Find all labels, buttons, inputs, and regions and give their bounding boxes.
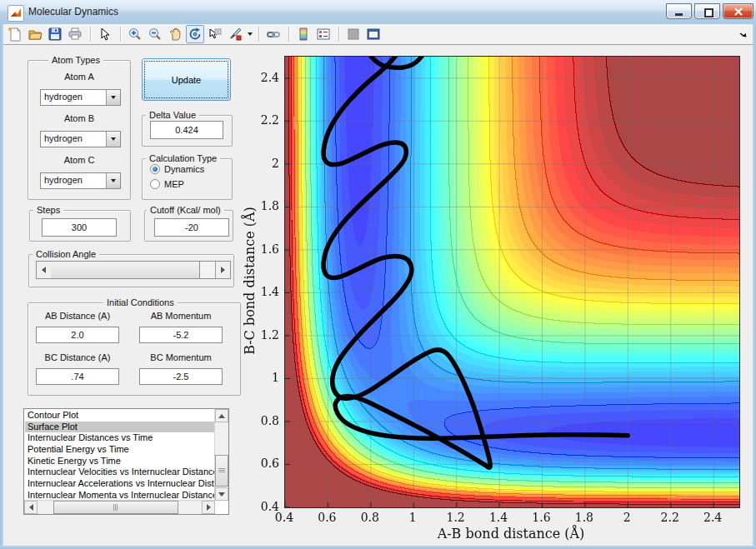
y-tick-label: 0.4 bbox=[251, 500, 279, 513]
x-tick-label: 2 bbox=[608, 511, 645, 524]
slider-left-arrow[interactable] bbox=[37, 262, 52, 278]
slider-thumb[interactable] bbox=[51, 262, 200, 278]
open-file-button[interactable] bbox=[26, 25, 44, 43]
thumb-grip bbox=[113, 504, 118, 511]
update-button[interactable]: Update bbox=[142, 58, 231, 101]
save-figure-button[interactable] bbox=[46, 25, 64, 43]
hide-plot-tools-icon bbox=[346, 27, 361, 42]
grid-lines bbox=[285, 57, 739, 507]
atom-b-value: hydrogen bbox=[44, 133, 83, 143]
data-cursor-button[interactable] bbox=[206, 25, 224, 43]
zoom-out-button[interactable] bbox=[146, 25, 164, 43]
scroll-left-button[interactable] bbox=[24, 501, 38, 514]
new-figure-icon bbox=[8, 27, 23, 42]
scroll-down-button[interactable] bbox=[215, 487, 228, 501]
save-figure-icon bbox=[48, 27, 63, 42]
bc-momentum-field[interactable]: -2.5 bbox=[139, 368, 223, 385]
print-figure-button[interactable] bbox=[66, 25, 84, 43]
dropdown-button[interactable] bbox=[106, 173, 120, 188]
new-figure-button[interactable] bbox=[6, 25, 24, 43]
list-item[interactable]: Internuclear Accelerations vs Internucle… bbox=[25, 478, 214, 490]
insert-legend-button[interactable] bbox=[314, 25, 333, 43]
horizontal-scroll-thumb[interactable] bbox=[53, 501, 178, 514]
link-plot-button[interactable] bbox=[264, 25, 283, 43]
atom-b-dropdown[interactable]: hydrogen bbox=[40, 131, 121, 147]
bc-momentum-label: BC Momentum bbox=[139, 352, 223, 362]
toolbar-overflow-button[interactable] bbox=[738, 27, 748, 42]
edit-plot-cursor-icon bbox=[98, 27, 113, 42]
restore-button[interactable] bbox=[694, 3, 720, 19]
y-tick-label: 2.4 bbox=[251, 71, 279, 84]
arrow-up-icon bbox=[218, 414, 225, 418]
trajectory-line bbox=[323, 57, 628, 467]
toolbar-separator bbox=[288, 27, 290, 42]
list-item[interactable]: Internuclear Velocities vs Internuclear … bbox=[25, 467, 214, 478]
dropdown-button[interactable] bbox=[106, 132, 120, 147]
group-title: Delta Value bbox=[146, 110, 199, 120]
arrow-right-icon bbox=[207, 504, 211, 511]
toolbar-separator bbox=[338, 27, 340, 42]
cutoff-field[interactable]: -20 bbox=[154, 218, 229, 237]
group-title: Calculation Type bbox=[146, 153, 220, 163]
radio-mep[interactable]: MEP bbox=[150, 179, 184, 189]
toolbar-separator bbox=[90, 27, 92, 42]
steps-field[interactable]: 300 bbox=[42, 218, 117, 237]
x-tick-label: 1.8 bbox=[566, 511, 603, 524]
list-item[interactable]: Internuclear Momenta vs Internuclear Dis… bbox=[25, 490, 214, 500]
list-item[interactable]: Potential Energy vs Time bbox=[25, 444, 214, 456]
x-tick-label: 1.2 bbox=[438, 511, 474, 524]
plot-type-listbox[interactable]: Contour PlotSurface PlotInternuclear Dis… bbox=[23, 408, 229, 515]
matlab-figure-icon bbox=[8, 5, 24, 22]
thumb-grip bbox=[218, 468, 225, 473]
ab-distance-field[interactable]: 2.0 bbox=[36, 327, 119, 343]
collision-angle-slider[interactable] bbox=[36, 261, 231, 279]
show-plot-tools-dock-button[interactable] bbox=[364, 25, 383, 43]
open-file-icon bbox=[28, 27, 43, 42]
brush-icon bbox=[228, 27, 243, 42]
atom-b-label: Atom B bbox=[50, 113, 108, 123]
rotate-3d-button[interactable] bbox=[186, 25, 204, 43]
radio-mep-label: MEP bbox=[164, 179, 184, 189]
chevron-down-icon bbox=[111, 96, 116, 99]
bc-distance-field[interactable]: .74 bbox=[36, 368, 119, 385]
hide-plot-tools-button[interactable] bbox=[344, 25, 363, 43]
close-icon bbox=[723, 4, 754, 20]
pes-contour-plot[interactable] bbox=[284, 56, 740, 508]
minimize-button[interactable] bbox=[666, 3, 692, 19]
list-item[interactable]: Contour Plot bbox=[25, 410, 214, 422]
dropdown-button[interactable] bbox=[106, 90, 120, 105]
vertical-scrollbar[interactable] bbox=[214, 409, 228, 501]
pan-button[interactable] bbox=[166, 25, 184, 43]
atom-a-dropdown[interactable]: hydrogen bbox=[40, 89, 121, 106]
radio-icon bbox=[150, 164, 160, 174]
link-plot-icon bbox=[266, 27, 281, 42]
title-bar[interactable]: Molecular Dynamics bbox=[0, 0, 756, 25]
zoom-in-button[interactable] bbox=[126, 25, 144, 43]
scroll-right-button[interactable] bbox=[202, 501, 215, 514]
list-item[interactable]: Internuclear Distances vs Time bbox=[25, 432, 214, 444]
bc-distance-label: BC Distance (A) bbox=[36, 352, 119, 362]
ab-momentum-label: AB Momentum bbox=[139, 311, 223, 321]
chevron-down-icon bbox=[111, 137, 116, 141]
close-button[interactable] bbox=[723, 3, 753, 19]
atom-c-dropdown[interactable]: hydrogen bbox=[40, 172, 121, 189]
radio-dynamics[interactable]: Dynamics bbox=[150, 164, 204, 174]
ab-momentum-field[interactable]: -5.2 bbox=[139, 327, 223, 343]
scroll-up-button[interactable] bbox=[215, 409, 228, 422]
brush-dropdown-button[interactable] bbox=[246, 25, 254, 43]
y-tick-label: 2.2 bbox=[251, 113, 279, 127]
insert-colorbar-button[interactable] bbox=[294, 25, 313, 43]
delta-value-field[interactable]: 0.424 bbox=[150, 121, 223, 139]
arrow-right-icon bbox=[221, 267, 225, 273]
slider-right-arrow[interactable] bbox=[215, 262, 230, 278]
vertical-scroll-thumb[interactable] bbox=[215, 455, 228, 487]
brush-button[interactable] bbox=[226, 25, 244, 43]
zoom-in-icon bbox=[128, 27, 143, 42]
group-title: Initial Conditions bbox=[103, 297, 178, 307]
list-item[interactable]: Kinetic Energy vs Time bbox=[25, 456, 214, 467]
list-item[interactable]: Surface Plot bbox=[25, 422, 214, 433]
horizontal-scrollbar[interactable] bbox=[24, 500, 215, 514]
edit-plot-button[interactable] bbox=[96, 25, 114, 43]
window-border bbox=[753, 24, 756, 549]
x-tick-label: 0.6 bbox=[308, 511, 345, 524]
